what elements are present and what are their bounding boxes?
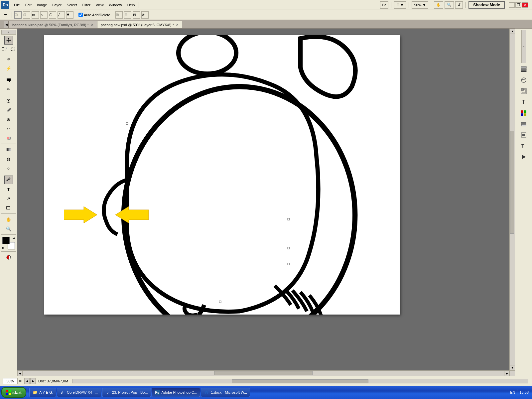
tab-banner-close[interactable]: ✕ [91, 23, 93, 27]
clone-stamp-tool[interactable]: ⊛ [4, 115, 13, 124]
channels-icon [520, 66, 527, 72]
right-panel-icon-4[interactable]: T [519, 97, 529, 107]
hand-tool[interactable]: ✋ [4, 215, 13, 224]
taskbar-item-coreldraw[interactable]: 🖊 CorelDRAW X4 - ... [57, 388, 101, 397]
shape-rect-rounded[interactable]: ▭ [32, 11, 39, 19]
right-panel-icon-7[interactable] [519, 130, 529, 140]
foreground-color-swatch[interactable] [2, 237, 10, 244]
layout-button[interactable]: ⊞ ▼ [394, 1, 406, 9]
history-brush-tool[interactable]: ↩ [4, 124, 13, 133]
lasso-tool[interactable]: ⌀ [4, 55, 13, 63]
scroll-right-arrow[interactable]: ▶ [504, 371, 509, 376]
menu-window[interactable]: Window [106, 2, 125, 8]
bridge-button[interactable]: Br [380, 1, 388, 9]
swap-colors[interactable]: ⇄ [13, 237, 15, 240]
dodge-tool[interactable]: ○ [4, 164, 13, 173]
restore-button[interactable]: ❐ [515, 2, 521, 8]
scroll-left-arrow[interactable]: ◀ [17, 371, 23, 376]
shape-op-3[interactable]: ⊠ [133, 11, 140, 19]
crop-tool[interactable] [4, 75, 13, 84]
zoom-tool[interactable]: 🔍 [4, 224, 13, 233]
shape-op-4[interactable]: ⊗ [141, 11, 149, 19]
right-panel-icon-2[interactable] [519, 75, 529, 85]
blur-tool[interactable]: ◍ [4, 155, 13, 163]
quick-mask-tool[interactable] [4, 253, 13, 262]
shape-op-1[interactable]: ⊞ [115, 11, 123, 19]
gradient-tool[interactable] [4, 145, 13, 154]
zoom-icon: 🔍 [6, 226, 11, 231]
shape-tool[interactable] [4, 203, 13, 212]
page-prev[interactable]: ◀ [24, 378, 30, 384]
status-scroll[interactable] [72, 379, 528, 383]
taskbar-item-music[interactable]: ♪ 23. Project Pop - Bo... [102, 388, 151, 397]
canvas-scroll-v[interactable]: ▲ ▼ [509, 29, 515, 370]
marquee-ellipse-tool[interactable] [9, 45, 17, 54]
menu-file[interactable]: File [11, 2, 23, 8]
right-panel-icon-3[interactable] [519, 86, 529, 96]
pen-tool[interactable] [4, 176, 13, 184]
page-next[interactable]: ▶ [30, 378, 36, 384]
menu-image[interactable]: Image [34, 2, 50, 8]
right-panel-icon-6[interactable] [519, 119, 529, 129]
svg-point-9 [179, 35, 236, 74]
text-tool[interactable]: T [4, 185, 13, 194]
panel-collapse-right[interactable]: » [521, 30, 526, 63]
eraser-tool[interactable] [4, 134, 13, 142]
tab-banner-label: banner sukirno.psd @ 50% (Family's, RGB/… [12, 23, 89, 27]
menu-filter[interactable]: Filter [79, 2, 93, 8]
tab-banner[interactable]: banner sukirno.psd @ 50% (Family's, RGB/… [9, 21, 97, 28]
hand-tool-btn[interactable]: ✋ [434, 1, 443, 9]
close-button[interactable]: ✕ [522, 2, 528, 8]
shape-custom[interactable]: ✱ [66, 11, 73, 19]
heal-tool[interactable]: ⦿ [4, 96, 13, 105]
brush-tool[interactable] [4, 106, 13, 114]
shape-polygon[interactable]: ⬡ [49, 11, 56, 19]
shape-rect-1[interactable]: ⊡ [14, 11, 22, 19]
separator2 [409, 2, 409, 8]
taskbar-item-photoshop[interactable]: Ps Adobe Photoshop C... [152, 388, 200, 397]
taskbar-item-word[interactable]: W 1.docx - Microsoft W... [201, 388, 250, 397]
scroll-down-arrow[interactable]: ▼ [510, 365, 515, 370]
menu-help[interactable]: Help [125, 2, 138, 8]
scroll-thumb-v[interactable] [510, 131, 514, 233]
shape-circle[interactable]: ○ [40, 11, 48, 19]
menu-edit[interactable]: Edit [23, 2, 34, 8]
magic-wand-tool[interactable]: ⚡ [4, 64, 13, 72]
right-panel-icon-8[interactable]: T [519, 141, 529, 151]
minimize-button[interactable]: — [509, 2, 515, 8]
shape-op-2[interactable]: ⊟ [124, 11, 131, 19]
status-scroll-thumb[interactable] [232, 379, 368, 383]
default-colors[interactable]: ■ [2, 246, 4, 249]
rotate-tool-btn[interactable]: ↺ [455, 1, 463, 9]
eyedropper-tool[interactable]: ✏ [4, 85, 13, 93]
pen-tool-icon[interactable]: ✒ [2, 11, 9, 19]
scroll-up-arrow[interactable]: ▲ [510, 29, 515, 34]
tab-pocong-close[interactable]: ✕ [176, 23, 179, 27]
menu-view[interactable]: View [93, 2, 106, 8]
right-panel-icon-1[interactable] [519, 64, 529, 74]
shape-line[interactable]: ╱ [58, 11, 65, 19]
shadow-mode-button[interactable]: Shadow Mode [468, 1, 505, 9]
tab-pocong[interactable]: pocong new.psd @ 50% (Layer 5, CMYK/8) *… [97, 21, 182, 28]
move-tool[interactable] [4, 36, 13, 45]
right-panel-icon-9[interactable] [519, 152, 529, 162]
toolbar-expand[interactable]: » [1, 30, 16, 35]
path-select-tool[interactable]: ↗ [4, 194, 13, 203]
menu-select[interactable]: Select [64, 2, 80, 8]
canvas-area[interactable]: ▲ ▼ ◀ ▶ [17, 29, 515, 376]
zoom-tool-btn[interactable]: 🔍 [445, 1, 454, 9]
zoom-input[interactable] [3, 378, 18, 384]
shape-rect-2[interactable]: ⊡ [23, 11, 30, 19]
start-button[interactable]: start [1, 387, 26, 398]
right-panel-icon-5[interactable] [519, 108, 529, 118]
marquee-rect-tool[interactable] [0, 45, 8, 54]
scroll-thumb-h[interactable] [214, 371, 313, 375]
canvas-scroll-h[interactable]: ◀ ▶ [17, 370, 509, 376]
taskbar-item-explorer[interactable]: 📁 A Y E G: [29, 388, 56, 397]
menu-layer[interactable]: Layer [50, 2, 64, 8]
brush-icon [6, 107, 11, 113]
tool-div-4 [1, 174, 16, 174]
zoom-button[interactable]: 50% ▼ [412, 1, 428, 9]
tab-scroll-left[interactable]: ◀ [4, 21, 9, 28]
auto-add-delete-checkbox[interactable] [78, 13, 83, 17]
